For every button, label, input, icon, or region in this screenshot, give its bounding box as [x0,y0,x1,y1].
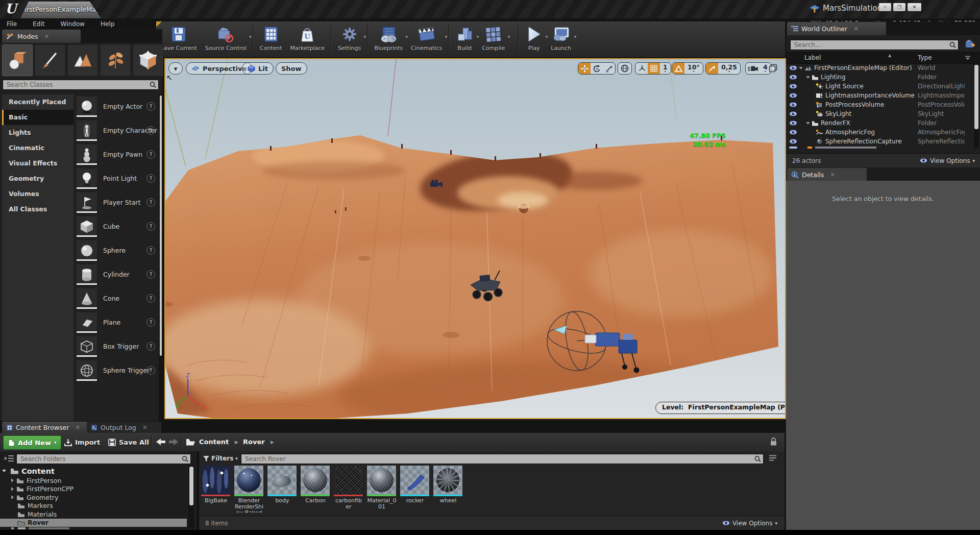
mode-foliage-button[interactable] [100,44,131,76]
place-item-point-light[interactable]: Point Light? [74,166,160,190]
lock-icon[interactable] [770,437,777,446]
visibility-eye-icon[interactable] [789,102,797,108]
help-icon[interactable]: ? [146,342,155,351]
outliner-search-input[interactable] [790,40,959,50]
collapsed-arrow-icon[interactable] [11,487,14,491]
tab-details[interactable]: i Details × [787,168,867,181]
scale-snap-value[interactable]: 0,25▾ [718,64,740,72]
compile-button[interactable]: Compile ▾ [478,23,509,52]
scale-snap-button[interactable] [706,63,718,74]
source-control-button[interactable]: Source Control ▾ [201,23,251,52]
mode-paint-button[interactable] [35,44,65,76]
visibility-eye-icon[interactable] [789,65,797,71]
place-item-cube[interactable]: Cube? [74,214,160,238]
place-item-plane[interactable]: Plane? [74,310,160,334]
search-classes-input[interactable] [3,80,159,90]
asset-tile[interactable]: rocker [400,466,430,504]
help-icon[interactable]: ? [146,174,155,183]
content-button[interactable]: Content [256,23,286,52]
mode-place-button[interactable] [2,44,33,76]
import-button[interactable]: Import [60,435,104,449]
create-world-icon[interactable] [964,40,975,49]
tree-item-markers[interactable]: Markers [0,502,187,510]
angle-snap-button[interactable] [672,63,684,74]
viewport-scene[interactable] [165,59,785,418]
scale-tool-button[interactable] [603,63,615,74]
filters-button[interactable]: Filters ▾ [203,455,238,462]
play-button[interactable]: Play ▾ [521,23,547,52]
viewport-options-button[interactable]: ▾ [168,62,183,75]
surface-snap-button[interactable] [635,63,648,74]
show-flags-button[interactable]: Show [276,62,307,75]
menu-edit[interactable]: Edit [26,19,51,28]
move-tool-button[interactable] [578,63,591,74]
cinematics-button[interactable]: Cinematics ▾ [407,23,446,52]
launch-button[interactable]: Launch ▾ [547,23,575,52]
save-all-button[interactable]: Save All [104,435,153,449]
category-geometry[interactable]: Geometry [2,171,74,186]
place-item-player-start[interactable]: Player Start? [74,190,160,214]
cb-view-options-button[interactable]: View Options▾ [722,520,777,527]
outliner-row[interactable]: RenderFXFolder [786,118,973,128]
help-icon[interactable]: ? [146,294,155,303]
dropdown-caret-icon[interactable]: ▾ [364,34,366,39]
place-item-box-trigger[interactable]: Box Trigger? [74,334,160,358]
outliner-row[interactable]: SkyLightSkyLight [786,109,973,118]
marketplace-button[interactable]: U Marketplace [286,23,329,52]
close-button[interactable]: ✕ [908,3,921,11]
place-item-cylinder[interactable]: Cylinder? [74,262,160,286]
expand-arrow-icon[interactable] [2,470,6,472]
breadcrumb-content[interactable]: Content [199,438,229,446]
visibility-eye-icon[interactable] [789,138,797,144]
help-icon[interactable]: ? [146,318,155,327]
outliner-scrollbar[interactable] [974,64,979,149]
asset-tile[interactable]: Carbon [301,466,330,504]
sources-toggle-icon[interactable] [4,454,14,463]
type-column-header[interactable]: Type [918,54,932,61]
tab-modes[interactable]: Modes × [2,30,81,43]
settings-button[interactable]: Settings ▾ [334,23,365,52]
help-icon[interactable]: ? [146,126,155,135]
asset-tile[interactable]: Material_001 [367,466,397,510]
maximize-viewport-icon[interactable] [769,64,777,72]
category-volumes[interactable]: Volumes [2,186,74,202]
world-transform-button[interactable] [618,62,632,75]
close-icon[interactable]: × [142,424,148,431]
outliner-row[interactable]: SphereReflectionCaptureSphereReflectionC… [786,137,973,146]
dropdown-caret-icon[interactable]: ▾ [574,34,577,39]
rotation-snap-value[interactable]: 10°▾ [684,64,703,72]
help-icon[interactable]: ? [146,102,155,111]
search-assets-input[interactable] [241,454,764,464]
help-icon[interactable]: ? [146,222,155,231]
tab-output-log[interactable]: Output Log × [87,422,161,433]
tree-item-geometry[interactable]: Geometry [0,493,187,502]
level-tab[interactable]: FirstPersonExampleMap [20,2,101,18]
type-sort-icon[interactable] [965,56,971,60]
maximize-button[interactable]: ❐ [893,3,905,11]
tree-item-rover-selected[interactable]: Rover [0,519,187,527]
add-new-button[interactable]: Add New ▾ [3,435,61,450]
tree-item-materials[interactable]: Materials [0,510,187,519]
outliner-row[interactable]: AtmosphericFogAtmosphericFog [786,128,973,137]
menu-help[interactable]: Help [94,19,121,28]
grid-snap-button[interactable] [648,63,660,74]
back-arrow-icon[interactable] [156,437,166,446]
place-item-cone[interactable]: Cone? [74,286,160,310]
level-badge[interactable]: Level: FirstPersonExampleMap (Persistent… [655,402,785,414]
expand-arrow-icon[interactable] [799,67,803,69]
outliner-row[interactable]: PostProcessVolumePostProcessVolume [786,100,973,109]
help-icon[interactable]: ? [146,270,155,279]
camera-speed-icon[interactable] [746,63,760,74]
grid-snap-value[interactable]: 1▾ [660,64,671,72]
help-icon[interactable]: ? [146,198,155,207]
modes-scrollbar[interactable] [159,94,162,421]
dropdown-caret-icon[interactable]: ▾ [249,34,252,39]
help-icon[interactable]: ? [146,150,155,159]
visibility-eye-icon[interactable] [789,74,797,80]
expand-arrow-icon[interactable] [806,76,810,79]
collapsed-arrow-icon[interactable] [11,478,14,482]
category-all-classes[interactable]: All Classes [2,202,74,217]
asset-tile[interactable]: Blender RenderShiny Baked [234,466,264,513]
collapsed-arrow-icon[interactable] [11,495,14,499]
close-icon[interactable]: × [44,33,50,40]
